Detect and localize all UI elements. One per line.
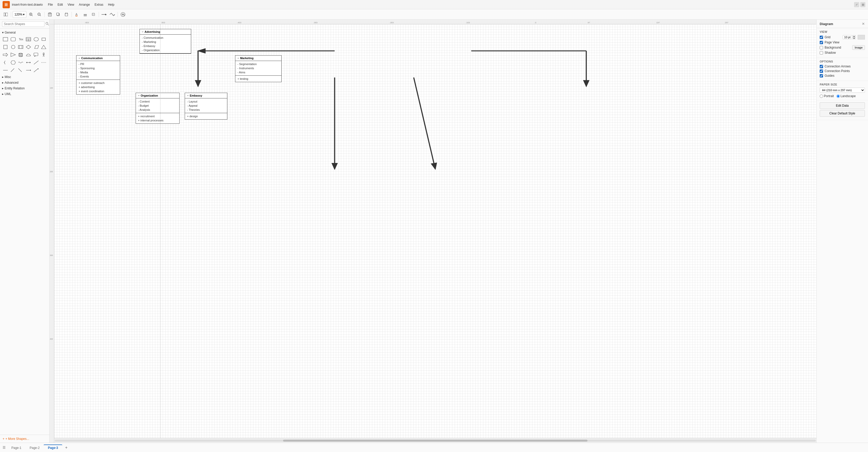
expand-icon[interactable]: ⤢ [854, 2, 859, 7]
landscape-radio[interactable] [836, 95, 840, 98]
paper-size-select[interactable]: A4 (210 mm x 297 mm) [820, 88, 865, 93]
page-view-label[interactable]: Page View [825, 40, 839, 44]
shape-table[interactable] [25, 36, 32, 42]
shape-rounded-rect[interactable] [10, 36, 17, 42]
shape-line[interactable] [2, 67, 9, 73]
shape-parallelogram[interactable] [33, 44, 39, 50]
shape-arrow-diagonal[interactable] [33, 67, 39, 73]
category-misc[interactable]: ▸ Misc [0, 74, 49, 80]
menu-help[interactable]: Help [106, 2, 117, 7]
grid-spin-up[interactable]: ▲ [852, 35, 856, 37]
clear-default-style-button[interactable]: Clear Default Style [820, 110, 865, 117]
background-image-button[interactable]: Image [852, 45, 865, 50]
more-shapes-button[interactable]: + + More Shapes... [0, 435, 49, 443]
paste-button[interactable] [63, 11, 70, 18]
menu-edit[interactable]: Edit [56, 2, 65, 7]
comm-collapse-icon[interactable]: − [79, 57, 80, 60]
zoom-control[interactable]: 120% ▾ [13, 11, 26, 18]
org-collapse-icon[interactable]: − [138, 94, 140, 97]
shape-right-arrow[interactable] [2, 52, 9, 58]
zoom-out-button[interactable] [36, 11, 43, 18]
zoom-in-button[interactable] [27, 11, 35, 18]
canvas[interactable]: − Advertising - Communication - Marketin… [54, 24, 816, 438]
shape-circle[interactable] [10, 44, 17, 50]
emb-collapse-icon[interactable]: − [187, 94, 189, 97]
shape-square[interactable] [2, 44, 9, 50]
page-tab-1[interactable]: Page-1 [7, 445, 26, 451]
uml-organization[interactable]: − Organization - Content - Budget - Anal… [135, 93, 180, 124]
category-uml[interactable]: ▸ UML [0, 91, 49, 97]
mkt-collapse-icon[interactable]: − [238, 57, 239, 60]
grid-pt-value[interactable] [843, 35, 852, 39]
category-advanced[interactable]: ▸ Advanced [0, 80, 49, 86]
advertising-collapse-icon[interactable]: − [142, 30, 144, 33]
shape-rectangle[interactable] [2, 36, 9, 42]
portrait-radio[interactable] [820, 95, 823, 98]
uml-marketing[interactable]: − Marketing - Segmentation - Instruments… [235, 55, 282, 82]
page-view-checkbox[interactable] [820, 41, 823, 44]
shape-right-triangle[interactable] [10, 52, 17, 58]
page-tab-2[interactable]: Page-2 [26, 445, 44, 451]
category-entity-relation[interactable]: ▸ Entity Relation [0, 86, 49, 91]
horizontal-scrollbar[interactable] [54, 438, 816, 443]
uml-advertising[interactable]: − Advertising - Communication - Marketin… [140, 29, 191, 54]
panel-close-icon[interactable]: ✕ [862, 22, 865, 26]
add-page-button[interactable]: + [63, 445, 69, 451]
menu-file[interactable]: File [46, 2, 55, 7]
fill-color-button[interactable]: A [73, 11, 81, 18]
uml-communication[interactable]: − Communication - PR - Sponsoring - Medi… [76, 55, 120, 95]
shape-curly-brace[interactable] [2, 60, 9, 65]
copy-button[interactable] [55, 11, 62, 18]
connection-arrows-label[interactable]: Connection Arrows [825, 65, 851, 68]
waypoint-style-button[interactable]: ▾ [109, 11, 116, 18]
line-color-button[interactable] [82, 11, 89, 18]
shadow-button[interactable] [90, 11, 97, 18]
sidebar-toggle-button[interactable] [2, 11, 9, 18]
shape-ellipse[interactable] [33, 36, 39, 42]
connection-points-checkbox[interactable] [820, 69, 823, 73]
grid-color-swatch[interactable] [858, 35, 865, 39]
search-input[interactable] [2, 21, 44, 27]
guides-checkbox[interactable] [820, 74, 823, 77]
shape-text[interactable]: Text [17, 36, 24, 42]
connection-style-button[interactable]: ▾ [100, 11, 108, 18]
category-general[interactable]: ▾ General [0, 30, 49, 35]
shape-cylinder[interactable] [17, 52, 24, 58]
shape-arrow-right[interactable] [25, 67, 32, 73]
shape-small-rect[interactable] [40, 36, 47, 42]
shape-backslash[interactable] [17, 67, 24, 73]
background-label[interactable]: Background [825, 46, 841, 49]
connection-points-label[interactable]: Connection Points [825, 69, 850, 73]
grid-spin-down[interactable]: ▼ [852, 37, 856, 39]
shape-cloud[interactable] [25, 52, 32, 58]
guides-label[interactable]: Guides [825, 74, 834, 77]
edit-data-button[interactable]: Edit Data [820, 102, 865, 109]
shape-hexagon[interactable] [10, 60, 17, 65]
background-checkbox[interactable] [820, 46, 823, 49]
shape-process[interactable] [17, 44, 24, 50]
delete-button[interactable] [46, 11, 54, 18]
menu-arrange[interactable]: Arrange [77, 2, 92, 7]
shape-diamond[interactable] [25, 44, 32, 50]
menu-extras[interactable]: Extras [92, 2, 105, 7]
uml-embassy[interactable]: − Embassy - Layout - Appeal - Theories +… [185, 93, 227, 120]
pages-menu-icon[interactable]: ☰ [1, 445, 7, 451]
insert-button[interactable]: ▾ [119, 11, 127, 18]
shape-dashed-line[interactable] [40, 60, 47, 65]
shape-callout[interactable] [33, 52, 39, 58]
shadow-checkbox[interactable] [820, 51, 823, 55]
page-tab-3[interactable]: Page-3 [44, 445, 62, 451]
connection-arrows-checkbox[interactable] [820, 65, 823, 68]
search-icon[interactable] [45, 22, 49, 26]
menu-view[interactable]: View [65, 2, 76, 7]
grid-label[interactable]: Grid [825, 35, 831, 39]
shape-squiggly[interactable] [17, 60, 24, 65]
shadow-label[interactable]: Shadow [825, 51, 836, 55]
sidebar-toggle-icon[interactable]: ▤ [860, 2, 865, 7]
grid-checkbox[interactable] [820, 36, 823, 39]
shape-triangle[interactable] [40, 44, 47, 50]
scroll-thumb[interactable] [283, 440, 587, 442]
shape-double-arrow[interactable] [25, 60, 32, 65]
shape-slash[interactable] [10, 67, 17, 73]
portrait-label[interactable]: Portrait [820, 94, 834, 98]
